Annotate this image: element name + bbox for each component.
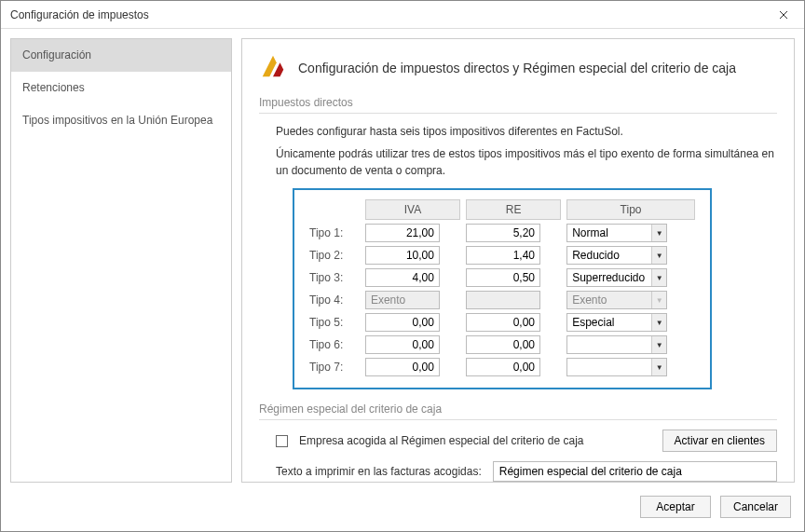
chevron-down-icon[interactable]: ▼ [651,225,666,241]
desc-line-2: Únicamente podrás utilizar tres de estos… [276,145,777,179]
iva-input-2[interactable] [365,246,440,265]
tipo-select-6[interactable]: ▼ [566,335,667,354]
tipo-select-2[interactable]: ▼ [566,246,667,265]
iva-input-4 [365,291,440,309]
chevron-down-icon[interactable]: ▼ [651,359,666,375]
main-header-title: Configuración de impuestos directos y Ré… [298,61,736,75]
iva-input-3[interactable] [365,268,440,287]
sidebar-item-retenciones[interactable]: Retenciones [11,72,231,104]
section-cash-regime: Régimen especial del criterio de caja [259,402,777,420]
tipo-select-4: ▼ [566,291,667,309]
print-text-input[interactable] [493,461,777,482]
main-header: Configuración de impuestos directos y Ré… [259,52,777,83]
regime-checkbox-label: Empresa acogida al Régimen especial del … [299,434,651,447]
tipo-select-7[interactable]: ▼ [566,358,667,376]
tax-row-label: Tipo 4: [309,291,360,309]
tax-row-2: Tipo 2:▼ [309,246,695,265]
chevron-down-icon[interactable]: ▼ [651,269,666,286]
tax-row-label: Tipo 1: [309,224,360,242]
tax-row-label: Tipo 6: [309,335,360,354]
tax-row-3: Tipo 3:▼ [309,268,695,287]
titlebar: Configuración de impuestos [1,1,804,29]
activate-clients-button[interactable]: Activar en clientes [662,430,777,452]
iva-input-7[interactable] [365,358,440,376]
regime-checkbox[interactable] [276,435,288,447]
chevron-down-icon[interactable]: ▼ [651,336,666,353]
sidebar-item-configuracion[interactable]: Configuración [11,39,231,72]
chevron-down-icon: ▼ [651,292,666,308]
dialog-footer: Aceptar Cancelar [1,492,804,531]
sidebar: Configuración Retenciones Tipos impositi… [10,38,232,483]
tax-row-7: Tipo 7:▼ [309,358,695,376]
content-area: Configuración Retenciones Tipos impositi… [1,29,804,492]
re-input-6[interactable] [466,335,540,354]
section-direct-taxes: Impuestos directos [259,96,777,114]
close-button[interactable] [762,1,804,29]
chevron-down-icon[interactable]: ▼ [651,247,666,264]
re-input-2[interactable] [466,246,540,265]
main-panel: Configuración de impuestos directos y Ré… [241,38,795,483]
tipo-select-1[interactable]: ▼ [566,224,667,242]
tax-table: IVA RE Tipo Tipo 1:▼Tipo 2:▼Tipo 3:▼Tipo… [293,188,712,389]
regime-checkbox-row: Empresa acogida al Régimen especial del … [276,430,777,452]
tax-row-4: Tipo 4:▼ [309,291,695,309]
print-text-label: Texto a imprimir en las facturas acogida… [276,465,482,478]
iva-input-5[interactable] [365,313,440,332]
tipo-select-3[interactable]: ▼ [566,268,667,287]
print-text-row: Texto a imprimir en las facturas acogida… [276,461,777,482]
close-icon [779,10,788,20]
window-title: Configuración de impuestos [10,8,762,21]
tax-row-6: Tipo 6:▼ [309,335,695,354]
cancel-button[interactable]: Cancelar [720,496,791,518]
iva-input-1[interactable] [365,224,440,242]
tax-row-label: Tipo 3: [309,268,360,287]
tax-row-label: Tipo 2: [309,246,360,265]
re-input-7[interactable] [466,358,540,376]
re-input-3[interactable] [466,268,540,287]
ok-button[interactable]: Aceptar [640,496,711,518]
desc-line-1: Puedes configurar hasta seis tipos impos… [276,123,777,140]
tax-agency-icon [259,52,287,83]
tipo-select-5[interactable]: ▼ [566,313,667,332]
tax-row-label: Tipo 7: [309,358,360,376]
col-header-re: RE [466,199,561,220]
col-header-iva: IVA [365,199,460,220]
dialog-window: Configuración de impuestos Configuración… [0,0,805,532]
chevron-down-icon[interactable]: ▼ [651,314,666,331]
tax-row-1: Tipo 1:▼ [309,224,695,242]
re-input-4 [466,291,540,309]
tax-row-label: Tipo 5: [309,313,360,332]
iva-input-6[interactable] [365,335,440,354]
sidebar-item-tipos-ue[interactable]: Tipos impositivos en la Unión Europea [11,104,231,137]
re-input-5[interactable] [466,313,540,332]
col-header-tipo: Tipo [566,199,695,220]
re-input-1[interactable] [466,224,540,242]
tax-row-5: Tipo 5:▼ [309,313,695,332]
